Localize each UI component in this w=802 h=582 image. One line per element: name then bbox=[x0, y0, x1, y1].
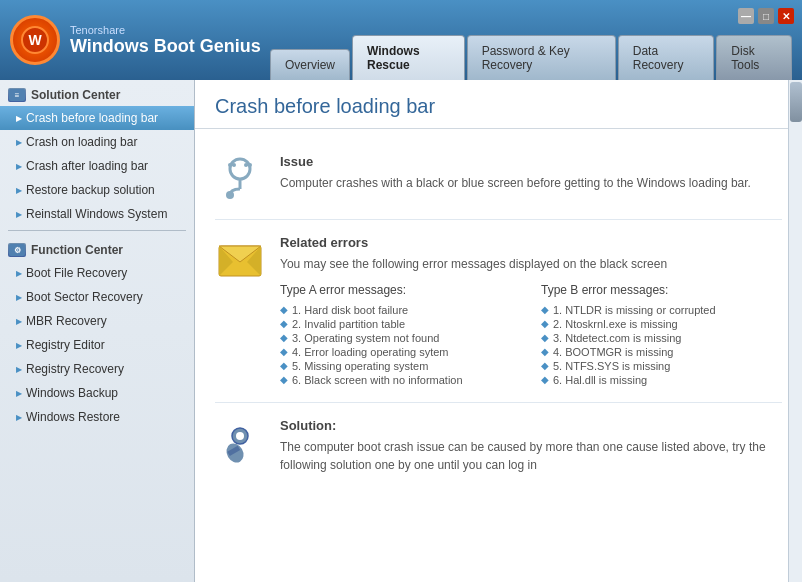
section-function-center: ⚙ Function Center bbox=[0, 235, 194, 261]
sidebar-item-registry-editor[interactable]: Registry Editor bbox=[0, 333, 194, 357]
issue-title: Issue bbox=[280, 154, 782, 169]
diamond-icon-b2: ◆ bbox=[541, 318, 549, 329]
nav-tabs: Overview Windows Rescue Password & Key R… bbox=[270, 0, 792, 80]
error-a-5: ◆5. Missing operating system bbox=[280, 359, 521, 373]
tab-disk-tools[interactable]: Disk Tools bbox=[716, 35, 792, 80]
related-errors-title: Related errors bbox=[280, 235, 782, 250]
issue-section: Issue Computer crashes with a black or b… bbox=[215, 139, 782, 220]
svg-point-13 bbox=[228, 163, 232, 167]
error-b-2: ◆2. Ntoskrnl.exe is missing bbox=[541, 317, 782, 331]
sidebar-item-mbr-recovery[interactable]: MBR Recovery bbox=[0, 309, 194, 333]
errors-col-b: Type B error messages: ◆1. NTLDR is miss… bbox=[541, 283, 782, 387]
function-center-label: Function Center bbox=[31, 243, 123, 257]
related-errors-subtitle: You may see the following error messages… bbox=[280, 255, 782, 273]
diamond-icon-b5: ◆ bbox=[541, 360, 549, 371]
envelope-icon bbox=[215, 235, 265, 285]
error-b-1: ◆1. NTLDR is missing or corrupted bbox=[541, 303, 782, 317]
main-area: ≡ Solution Center Crash before loading b… bbox=[0, 80, 802, 582]
solution-icon bbox=[215, 418, 265, 468]
sidebar-item-windows-restore[interactable]: Windows Restore bbox=[0, 405, 194, 429]
product-name: Windows Boot Genius bbox=[70, 36, 261, 57]
diamond-icon-a6: ◆ bbox=[280, 374, 288, 385]
sidebar-item-crash-after[interactable]: Crash after loading bar bbox=[0, 154, 194, 178]
logo-area: W Tenorshare Windows Boot Genius bbox=[10, 15, 270, 65]
error-a-6: ◆6. Black screen with no information bbox=[280, 373, 521, 387]
tab-windows-rescue[interactable]: Windows Rescue bbox=[352, 35, 465, 80]
page-title: Crash before loading bar bbox=[215, 95, 782, 118]
error-a-1: ◆1. Hard disk boot failure bbox=[280, 303, 521, 317]
diamond-icon-b6: ◆ bbox=[541, 374, 549, 385]
solution-content: Solution: The computer boot crash issue … bbox=[280, 418, 782, 474]
section-solution-center: ≡ Solution Center bbox=[0, 80, 194, 106]
diamond-icon-a4: ◆ bbox=[280, 346, 288, 357]
error-b-5: ◆5. NTFS.SYS is missing bbox=[541, 359, 782, 373]
errors-grid: Type A error messages: ◆1. Hard disk boo… bbox=[280, 283, 782, 387]
sidebar-item-crash-before[interactable]: Crash before loading bar bbox=[0, 106, 194, 130]
solution-center-icon: ≡ bbox=[8, 88, 26, 102]
scrollbar-thumb[interactable] bbox=[790, 82, 802, 122]
maximize-button[interactable]: □ bbox=[758, 8, 774, 24]
col-a-title: Type A error messages: bbox=[280, 283, 521, 297]
solution-text: The computer boot crash issue can be cau… bbox=[280, 438, 782, 474]
sidebar-divider bbox=[8, 230, 186, 231]
error-a-2: ◆2. Invalid partition table bbox=[280, 317, 521, 331]
window-controls: — □ ✕ bbox=[738, 8, 794, 24]
diamond-icon-a3: ◆ bbox=[280, 332, 288, 343]
error-a-4: ◆4. Error loading operating sytem bbox=[280, 345, 521, 359]
logo-icon: W bbox=[10, 15, 60, 65]
related-errors-section: Related errors You may see the following… bbox=[215, 220, 782, 403]
related-errors-content: Related errors You may see the following… bbox=[280, 235, 782, 387]
app-header: W Tenorshare Windows Boot Genius Overvie… bbox=[0, 0, 802, 80]
diamond-icon-a5: ◆ bbox=[280, 360, 288, 371]
function-center-icon: ⚙ bbox=[8, 243, 26, 257]
sidebar-item-reinstall-windows[interactable]: Reinstall Windows System bbox=[0, 202, 194, 226]
close-button[interactable]: ✕ bbox=[778, 8, 794, 24]
diamond-icon-b3: ◆ bbox=[541, 332, 549, 343]
logo-text: Tenorshare Windows Boot Genius bbox=[70, 24, 261, 57]
svg-point-8 bbox=[226, 191, 234, 199]
svg-point-6 bbox=[230, 159, 250, 179]
svg-point-14 bbox=[248, 163, 252, 167]
col-b-title: Type B error messages: bbox=[541, 283, 782, 297]
error-b-6: ◆6. Hal.dll is missing bbox=[541, 373, 782, 387]
scrollbar-track[interactable] bbox=[788, 80, 802, 582]
solution-center-label: Solution Center bbox=[31, 88, 120, 102]
sidebar-item-boot-file[interactable]: Boot File Recovery bbox=[0, 261, 194, 285]
error-b-4: ◆4. BOOTMGR is missing bbox=[541, 345, 782, 359]
issue-content: Issue Computer crashes with a black or b… bbox=[280, 154, 782, 192]
error-b-3: ◆3. Ntdetect.com is missing bbox=[541, 331, 782, 345]
sidebar-item-restore-backup[interactable]: Restore backup solution bbox=[0, 178, 194, 202]
svg-text:⚙: ⚙ bbox=[14, 246, 21, 255]
error-a-3: ◆3. Operating system not found bbox=[280, 331, 521, 345]
sidebar-item-crash-on[interactable]: Crash on loading bar bbox=[0, 130, 194, 154]
diamond-icon-b1: ◆ bbox=[541, 304, 549, 315]
sidebar-item-boot-sector[interactable]: Boot Sector Recovery bbox=[0, 285, 194, 309]
tab-data-recovery[interactable]: Data Recovery bbox=[618, 35, 715, 80]
svg-text:W: W bbox=[28, 32, 42, 48]
solution-section: Solution: The computer boot crash issue … bbox=[215, 403, 782, 489]
brand-name: Tenorshare bbox=[70, 24, 261, 36]
stethoscope-icon bbox=[215, 154, 265, 204]
tab-password-key-recovery[interactable]: Password & Key Recovery bbox=[467, 35, 616, 80]
tab-overview[interactable]: Overview bbox=[270, 49, 350, 80]
sidebar-item-windows-backup[interactable]: Windows Backup bbox=[0, 381, 194, 405]
content-area: Crash before loading bar bbox=[195, 80, 802, 582]
diamond-icon-b4: ◆ bbox=[541, 346, 549, 357]
errors-col-a: Type A error messages: ◆1. Hard disk boo… bbox=[280, 283, 521, 387]
content-body: Issue Computer crashes with a black or b… bbox=[195, 129, 802, 499]
svg-text:≡: ≡ bbox=[15, 91, 20, 100]
minimize-button[interactable]: — bbox=[738, 8, 754, 24]
solution-title: Solution: bbox=[280, 418, 782, 433]
sidebar-item-registry-recovery[interactable]: Registry Recovery bbox=[0, 357, 194, 381]
diamond-icon-a2: ◆ bbox=[280, 318, 288, 329]
diamond-icon-a1: ◆ bbox=[280, 304, 288, 315]
sidebar: ≡ Solution Center Crash before loading b… bbox=[0, 80, 195, 582]
issue-text: Computer crashes with a black or blue sc… bbox=[280, 174, 782, 192]
svg-point-20 bbox=[236, 432, 244, 440]
content-header: Crash before loading bar bbox=[195, 80, 802, 129]
